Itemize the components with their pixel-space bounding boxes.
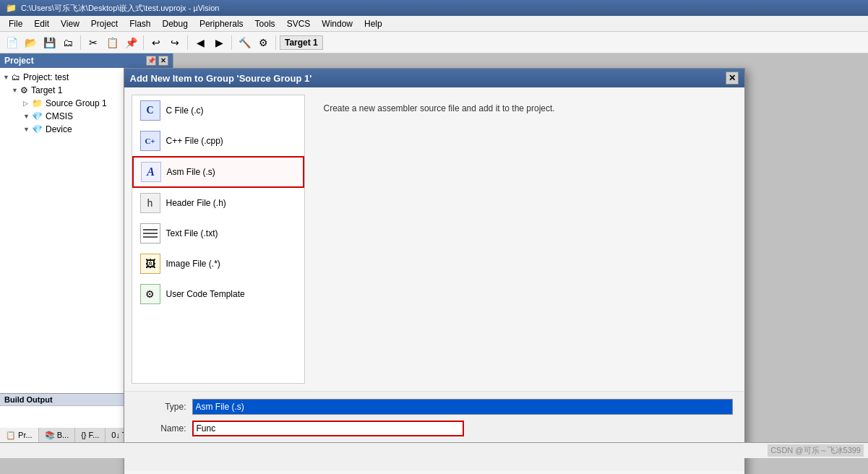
txt-file-label: Text File (.txt) [166,228,218,238]
dialog-form: Type: Name: Location: ... [124,391,744,471]
main-area: Project 📌 ✕ ▼ 🗂 Project: test ▼ ⚙ Target… [0,53,868,458]
open-btn[interactable]: 📂 [22,34,39,51]
file-type-txt[interactable]: Text File (.txt) [132,218,304,249]
build-all-btn[interactable]: ⚙ [254,34,272,51]
menu-flash[interactable]: Flash [124,16,156,31]
menu-window[interactable]: Window [316,16,358,31]
dialog-body: C C File (.c) C+ C++ File (.cpp) A Asm F… [124,87,744,391]
dialog-title-bar: Add New Item to Group 'Source Group 1' ✕ [124,69,744,87]
c-file-label: C File (.c) [166,105,204,116]
asm-file-icon: A [141,162,161,182]
description-panel: Create a new assembler source file and a… [317,95,737,384]
sep3 [187,35,188,50]
menu-peripherals[interactable]: Peripherals [194,16,249,31]
status-bar [0,442,868,458]
template-icon: ⚙ [140,284,160,304]
redo-btn[interactable]: ↪ [166,34,184,51]
file-type-template[interactable]: ⚙ User Code Template [132,279,304,309]
menu-bar: File Edit View Project Flash Debug Perip… [0,16,868,32]
h-file-icon: h [140,193,160,213]
save-all-btn[interactable]: 🗂 [59,34,77,51]
name-label: Name: [136,423,186,434]
name-input[interactable] [192,421,464,436]
nav-back-btn[interactable]: ◀ [192,34,209,51]
save-btn[interactable]: 💾 [40,34,58,51]
copy-btn[interactable]: 📋 [103,34,121,51]
menu-svcs[interactable]: SVCS [281,16,317,31]
type-row: Type: [136,399,733,415]
undo-btn[interactable]: ↩ [147,34,165,51]
build-btn[interactable]: 🔨 [236,34,253,51]
c-file-icon: C [140,100,160,121]
menu-view[interactable]: View [55,16,85,31]
txt-file-icon [140,223,160,244]
toolbar: 📄 📂 💾 🗂 ✂ 📋 📌 ↩ ↪ ◀ ▶ 🔨 ⚙ Target 1 [0,32,868,53]
add-new-item-dialog: Add New Item to Group 'Source Group 1' ✕… [124,68,745,474]
asm-file-label: Asm File (.s) [167,167,215,177]
menu-tools[interactable]: Tools [249,16,281,31]
sep2 [143,35,144,50]
dialog-close-btn[interactable]: ✕ [726,72,739,85]
menu-file[interactable]: File [3,16,28,31]
file-type-asm[interactable]: A Asm File (.s) [132,156,304,188]
description-text: Create a new assembler source file and a… [324,102,730,115]
app-icon: 📁 [6,3,17,13]
file-type-img[interactable]: 🖼 Image File (.*) [132,249,304,279]
template-label: User Code Template [166,289,245,299]
menu-edit[interactable]: Edit [28,16,55,31]
sep1 [80,35,81,50]
cpp-file-icon: C+ [140,131,160,151]
dialog-title: Add New Item to Group 'Source Group 1' [130,73,312,84]
sep4 [231,35,232,50]
new-file-btn[interactable]: 📄 [3,34,20,51]
dialog-actions: Add Close Help [124,471,744,474]
dialog-overlay: Add New Item to Group 'Source Group 1' ✕… [0,53,868,458]
h-file-label: Header File (.h) [166,198,226,208]
file-type-h[interactable]: h Header File (.h) [132,188,304,218]
title-text: C:\Users\可乐飞冰\Desktop\嵌入式\test.uvprojx -… [21,3,862,14]
title-bar: 📁 C:\Users\可乐飞冰\Desktop\嵌入式\test.uvprojx… [0,0,868,16]
watermark: CSDN @可乐～飞冰5399 [768,444,864,457]
paste-btn[interactable]: 📌 [122,34,139,51]
cpp-file-label: C++ File (.cpp) [166,136,223,146]
menu-help[interactable]: Help [358,16,388,31]
file-type-cpp[interactable]: C+ C++ File (.cpp) [132,126,304,156]
type-input[interactable] [192,399,733,415]
file-type-list: C C File (.c) C+ C++ File (.cpp) A Asm F… [132,95,305,384]
menu-debug[interactable]: Debug [157,16,194,31]
menu-project[interactable]: Project [85,16,124,31]
file-type-c[interactable]: C C File (.c) [132,95,304,126]
target-label: Target 1 [280,35,323,50]
img-file-icon: 🖼 [140,254,160,274]
sep5 [275,35,276,50]
name-row: Name: [136,421,733,436]
cut-btn[interactable]: ✂ [85,34,102,51]
img-file-label: Image File (.*) [166,259,220,269]
type-label: Type: [136,402,186,412]
nav-fwd-btn[interactable]: ▶ [210,34,228,51]
